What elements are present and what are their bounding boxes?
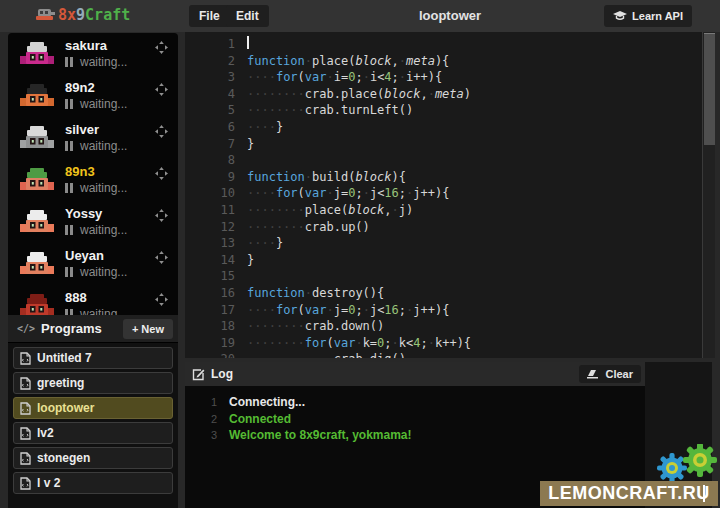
watermark-cursor-mark [703, 485, 705, 502]
move-icon[interactable] [155, 167, 168, 180]
pause-icon [65, 307, 75, 315]
pause-icon [65, 223, 75, 237]
player-row[interactable]: 89n2waiting... [8, 75, 178, 117]
line-number: 7 [185, 136, 235, 153]
code-line[interactable]: 16function·destroy(){ [185, 285, 702, 302]
log-title: Log [211, 367, 233, 381]
program-file-icon [20, 477, 31, 490]
code-editor[interactable]: 12function·place(block,·meta){3····for(v… [185, 32, 715, 358]
programs-list: Untitled 7 greeting looptower lv2 stoneg… [8, 343, 178, 501]
player-avatar-icon [20, 167, 54, 194]
program-item[interactable]: l v 2 [13, 472, 173, 494]
code-text: ····} [235, 119, 283, 136]
code-text: ····for(var·i=0;·i<4;·i++){ [235, 69, 442, 86]
move-icon[interactable] [155, 41, 168, 54]
code-line[interactable]: 9function·build(block){ [185, 169, 702, 186]
code-text: ········crab.up() [235, 219, 370, 236]
code-text: ········crab.place(block,·meta) [235, 86, 471, 103]
move-icon[interactable] [155, 293, 168, 306]
player-avatar-icon [20, 209, 54, 236]
log-message: Connected [217, 412, 291, 429]
code-line[interactable]: 15 [185, 268, 702, 285]
log-line-number: 1 [185, 395, 217, 412]
player-status: waiting... [65, 97, 127, 111]
pause-icon [65, 97, 75, 111]
code-line[interactable]: 8 [185, 152, 702, 169]
code-line[interactable]: 10····for(var·j=0;·j<16;·j++){ [185, 185, 702, 202]
player-status: waiting... [65, 139, 127, 153]
player-status: waiting... [65, 55, 127, 69]
player-name: Ueyan [65, 248, 104, 263]
code-line[interactable]: 17····for(var·j=0;·j<16;·j++){ [185, 302, 702, 319]
player-name: silver [65, 122, 99, 137]
learn-api-button[interactable]: Learn API [604, 5, 692, 27]
player-avatar-icon [20, 125, 54, 152]
move-icon[interactable] [155, 209, 168, 222]
code-text: ············crab.dig() [235, 351, 406, 358]
player-name: sakura [65, 38, 107, 53]
line-number: 20 [185, 351, 235, 358]
line-number: 13 [185, 235, 235, 252]
watermark-banner: LEMONCRAFT.RU [540, 481, 718, 506]
code-text: ····for(var·j=0;·j<16;·j++){ [235, 302, 449, 319]
code-line[interactable]: 1 [185, 36, 702, 53]
player-row[interactable]: silverwaiting... [8, 117, 178, 159]
log-message: Welcome to 8x9craft, yokmama! [217, 428, 412, 445]
player-avatar-icon [20, 83, 54, 110]
program-item[interactable]: lv2 [13, 422, 173, 444]
code-line[interactable]: 4········crab.place(block,·meta) [185, 86, 702, 103]
pause-icon [65, 55, 75, 69]
code-line[interactable]: 6····} [185, 119, 702, 136]
log-entry: 3Welcome to 8x9craft, yokmama! [185, 428, 645, 445]
crab-logo-icon [36, 8, 55, 23]
program-label: lv2 [37, 426, 54, 440]
programs-panel: </> Programs + New Untitled 7 greeting l… [8, 315, 178, 508]
player-name: Yossy [65, 206, 102, 221]
code-line[interactable]: 11········place(block,·j) [185, 202, 702, 219]
program-item[interactable]: Untitled 7 [13, 347, 173, 369]
scrollbar-thumb[interactable] [704, 33, 715, 145]
code-text: function·build(block){ [235, 169, 406, 186]
code-line[interactable]: 18········crab.down() [185, 318, 702, 335]
line-number: 10 [185, 185, 235, 202]
player-row[interactable]: Ueyanwaiting... [8, 243, 178, 285]
program-item[interactable]: greeting [13, 372, 173, 394]
code-line[interactable]: 7} [185, 136, 702, 153]
eraser-icon [587, 370, 600, 379]
code-text: ········crab.turnLeft() [235, 102, 413, 119]
editor-scrollbar[interactable] [702, 32, 715, 358]
player-list: sakurawaiting... 89n2waiting... silverwa… [8, 33, 178, 315]
clear-label: Clear [605, 368, 633, 380]
player-row[interactable]: 888waiting... [8, 285, 178, 315]
line-number: 6 [185, 119, 235, 136]
program-item[interactable]: looptower [13, 397, 173, 419]
program-item[interactable]: stonegen [13, 447, 173, 469]
line-number: 5 [185, 102, 235, 119]
player-status: waiting... [65, 265, 127, 279]
code-text: function·destroy(){ [235, 285, 384, 302]
code-line[interactable]: 13····} [185, 235, 702, 252]
program-file-icon [20, 402, 31, 415]
log-header: Log Clear [185, 362, 645, 386]
code-line[interactable]: 3····for(var·i=0;·i<4;·i++){ [185, 69, 702, 86]
clear-log-button[interactable]: Clear [579, 365, 641, 383]
player-row[interactable]: Yossywaiting... [8, 201, 178, 243]
code-lines: 12function·place(block,·meta){3····for(v… [185, 36, 702, 358]
move-icon[interactable] [155, 125, 168, 138]
new-program-button[interactable]: + New [123, 319, 173, 339]
code-line[interactable]: 2function·place(block,·meta){ [185, 53, 702, 70]
code-line[interactable]: 12········crab.up() [185, 219, 702, 236]
player-row[interactable]: 89n3waiting... [8, 159, 178, 201]
line-number: 9 [185, 169, 235, 186]
code-line[interactable]: 5········crab.turnLeft() [185, 102, 702, 119]
player-avatar-icon [20, 251, 54, 278]
move-icon[interactable] [155, 83, 168, 96]
code-line[interactable]: 20············crab.dig() [185, 351, 702, 358]
line-number: 3 [185, 69, 235, 86]
logo-text: 8x9Craft [58, 6, 130, 24]
move-icon[interactable] [155, 251, 168, 264]
player-row[interactable]: sakurawaiting... [8, 33, 178, 75]
code-line[interactable]: 19········for(var·k=0;·k<4;·k++){ [185, 335, 702, 352]
code-line[interactable]: 14} [185, 252, 702, 269]
line-number: 19 [185, 335, 235, 352]
